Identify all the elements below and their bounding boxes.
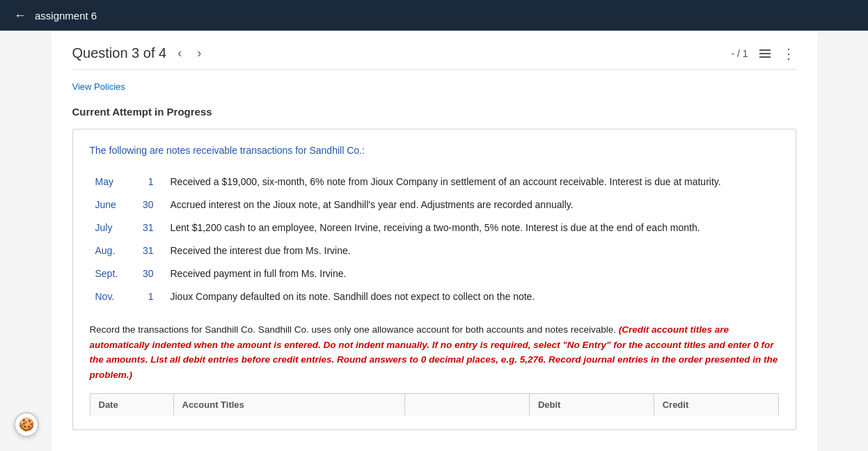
date-day: 30	[132, 193, 159, 216]
problem-intro: The following are notes receivable trans…	[90, 143, 779, 158]
col-empty	[405, 394, 530, 416]
date-day: 31	[132, 239, 159, 262]
table-row: May 1 Received a $19,000, six-month, 6% …	[90, 171, 779, 193]
date-month: Aug.	[90, 239, 132, 262]
score-indicator: - / 1	[731, 48, 748, 59]
col-credit: Credit	[654, 394, 778, 416]
table-row: Aug. 31 Received the interest due from M…	[90, 239, 779, 262]
main-content: Question 3 of 4 ‹ › - / 1 ⋮ View Policie…	[52, 31, 817, 451]
more-options-button[interactable]: ⋮	[782, 45, 796, 62]
question-label: Question 3 of 4	[72, 45, 167, 61]
list-icon[interactable]	[759, 49, 771, 58]
col-account-titles: Account Titles	[174, 394, 406, 416]
cookie-icon-glyph: 🍪	[19, 417, 34, 432]
transaction-description: Accrued interest on the Jioux note, at S…	[159, 193, 779, 216]
date-month: June	[90, 193, 132, 216]
instructions: Record the transactions for Sandhill Co.…	[90, 322, 779, 382]
transaction-description: Received a $19,000, six-month, 6% note f…	[159, 171, 779, 193]
top-bar: ← assignment 6	[0, 0, 868, 31]
date-month: Sept.	[90, 262, 132, 285]
attempt-status: Current Attempt in Progress	[72, 106, 796, 118]
cookie-icon-button[interactable]: 🍪	[14, 412, 39, 437]
journal-table-header: Date Account Titles Debit Credit	[90, 393, 779, 416]
table-row: July 31 Lent $1,200 cash to an employee,…	[90, 216, 779, 239]
back-button[interactable]: ←	[14, 8, 26, 23]
question-nav: Question 3 of 4 ‹ ›	[72, 45, 206, 62]
col-debit: Debit	[530, 394, 654, 416]
date-month: Nov.	[90, 285, 132, 308]
date-month: July	[90, 216, 132, 239]
question-header: Question 3 of 4 ‹ › - / 1 ⋮	[72, 45, 796, 70]
next-question-button[interactable]: ›	[193, 45, 205, 62]
transactions-table: May 1 Received a $19,000, six-month, 6% …	[90, 171, 779, 308]
assignment-title: assignment 6	[35, 10, 97, 22]
date-day: 1	[132, 285, 159, 308]
table-row: June 30 Accrued interest on the Jioux no…	[90, 193, 779, 216]
table-row: Sept. 30 Received payment in full from M…	[90, 262, 779, 285]
prev-question-button[interactable]: ‹	[173, 45, 186, 62]
table-row: Nov. 1 Jioux Company defaulted on its no…	[90, 285, 779, 308]
transaction-description: Jioux Company defaulted on its note. San…	[159, 285, 779, 308]
instructions-normal: Record the transactions for Sandhill Co.…	[90, 324, 616, 335]
date-month: May	[90, 171, 132, 193]
transaction-description: Lent $1,200 cash to an employee, Noreen …	[159, 216, 779, 239]
date-day: 30	[132, 262, 159, 285]
question-controls: - / 1 ⋮	[731, 45, 796, 62]
date-day: 31	[132, 216, 159, 239]
transaction-description: Received the interest due from Ms. Irvin…	[159, 239, 779, 262]
transaction-description: Received payment in full from Ms. Irvine…	[159, 262, 779, 285]
col-date: Date	[90, 394, 174, 416]
date-day: 1	[132, 171, 159, 193]
problem-box: The following are notes receivable trans…	[72, 129, 796, 430]
view-policies-link[interactable]: View Policies	[72, 81, 125, 92]
